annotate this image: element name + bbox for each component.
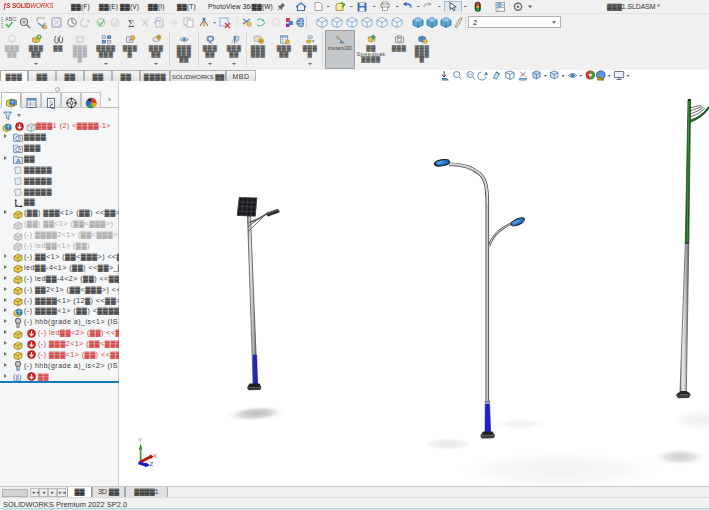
svg-text:Z: Z [150, 461, 154, 467]
svg-text:ABC: ABC [5, 16, 16, 22]
svg-text:Σ: Σ [128, 17, 134, 29]
svg-text:Y: Y [138, 437, 142, 443]
svg-text:X: X [153, 453, 157, 459]
